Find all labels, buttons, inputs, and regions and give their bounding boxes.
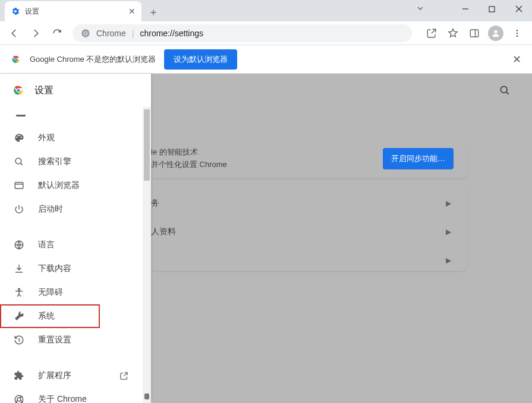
svg-point-12: [517, 35, 518, 37]
sidebar-item-reset[interactable]: 重置设置: [0, 328, 141, 352]
settings-main-panel: le 的智能技术 并个性化设置 Chrome 开启同步功能… 务 ▶ 人资料 ▶…: [151, 139, 511, 275]
svg-rect-24: [15, 182, 23, 189]
sidebar-item-label: 下载内容: [38, 263, 71, 274]
settings-search-icon[interactable]: [495, 81, 514, 100]
settings-row[interactable]: ▶: [151, 246, 511, 275]
sidebar-item-label: 无障碍: [38, 287, 63, 298]
omnibox-separator: |: [132, 29, 134, 38]
chevron-right-icon: ▶: [446, 199, 451, 207]
omnibox-path: chrome://settings: [140, 29, 203, 38]
window-controls: [452, 0, 532, 18]
sidebar-item-label: 搜索引擎: [38, 156, 71, 167]
svg-point-11: [517, 32, 518, 34]
set-default-button[interactable]: 设为默认浏览器: [164, 49, 237, 70]
default-browser-infobar: Google Chrome 不是您的默认浏览器 设为默认浏览器 ✕: [0, 45, 532, 74]
svg-point-9: [494, 30, 497, 33]
chrome-page-icon: [81, 29, 90, 38]
sidebar-item-accessibility[interactable]: 无障碍: [0, 281, 141, 304]
sidebar-header: 设置: [0, 74, 151, 107]
svg-point-29: [17, 398, 21, 401]
sidebar-item-extensions[interactable]: 扩展程序: [0, 364, 141, 388]
browser-tab[interactable]: 设置 ✕: [5, 1, 141, 21]
sidebar-item-label: 默认浏览器: [38, 180, 80, 191]
chrome-outline-icon: [13, 393, 25, 403]
svg-point-22: [15, 158, 21, 164]
svg-rect-7: [470, 30, 479, 37]
svg-point-6: [84, 32, 87, 34]
search-icon: [13, 156, 25, 168]
svg-rect-21: [16, 115, 26, 117]
sidebar-item-on-startup[interactable]: 启动时: [0, 197, 141, 221]
gear-icon: [11, 7, 25, 16]
minimize-button[interactable]: [452, 0, 479, 18]
sidebar-item-system[interactable]: 系统: [0, 304, 100, 328]
sidebar-item-label: 系统: [38, 311, 55, 322]
browser-icon: [13, 180, 25, 191]
promo-line1: le 的智能技术: [151, 146, 227, 159]
sidebar-item-downloads[interactable]: 下载内容: [0, 257, 141, 281]
chrome-logo-icon: [11, 54, 21, 65]
svg-point-20: [17, 89, 20, 92]
download-icon: [13, 263, 25, 275]
profile-avatar[interactable]: [486, 24, 506, 43]
sidebar-item-label: 扩展程序: [38, 370, 71, 381]
chrome-logo-icon: [12, 84, 25, 97]
bookmark-icon[interactable]: [443, 24, 463, 43]
maximize-button[interactable]: [479, 0, 505, 18]
close-button[interactable]: [505, 0, 532, 18]
settings-sidebar: 设置 外观 搜索引擎 默认浏览器 启动时: [0, 74, 151, 403]
svg-point-15: [15, 58, 17, 61]
sidebar-item-label: 启动时: [38, 204, 63, 215]
tab-close-icon[interactable]: ✕: [128, 7, 136, 16]
row-label: 人资料: [151, 226, 176, 237]
promo-line2: 并个性化设置 Chrome: [151, 159, 227, 171]
svg-point-10: [517, 30, 518, 32]
sidebar-item-label: 外观: [38, 133, 55, 143]
settings-row[interactable]: 务 ▶: [151, 189, 511, 218]
reload-button[interactable]: [48, 24, 67, 43]
sidebar-item-languages[interactable]: 语言: [0, 233, 141, 257]
new-tab-button[interactable]: ＋: [145, 4, 162, 20]
scrollbar-down-arrow[interactable]: [144, 393, 149, 399]
sidebar-item-search-engine[interactable]: 搜索引擎: [0, 150, 141, 174]
extension-icon: [13, 370, 25, 382]
omnibox-origin: Chrome: [96, 29, 126, 38]
svg-point-16: [500, 86, 507, 93]
sidebar-item-label: 重置设置: [38, 335, 71, 345]
forward-button[interactable]: [26, 24, 45, 43]
wrench-icon: [13, 310, 25, 322]
scrollbar-thumb[interactable]: [144, 109, 150, 181]
settings-content: le 的智能技术 并个性化设置 Chrome 开启同步功能… 务 ▶ 人资料 ▶…: [0, 74, 532, 403]
side-panel-icon[interactable]: [464, 24, 484, 43]
restore-icon: [13, 334, 25, 346]
tab-search-icon[interactable]: [415, 4, 425, 13]
svg-point-27: [18, 288, 20, 290]
sidebar-item-default-browser[interactable]: 默认浏览器: [0, 174, 141, 197]
sidebar-item-truncated: [0, 107, 151, 118]
address-bar[interactable]: Chrome | chrome://settings: [73, 24, 412, 42]
sidebar-item-label: 语言: [38, 240, 55, 250]
power-icon: [13, 203, 25, 215]
external-link-icon: [119, 371, 128, 380]
svg-line-23: [20, 163, 23, 165]
infobar-close-icon[interactable]: ✕: [512, 53, 521, 66]
share-icon[interactable]: [421, 24, 442, 43]
menu-icon[interactable]: [507, 24, 527, 43]
back-button[interactable]: [5, 24, 24, 43]
sidebar-item-about[interactable]: 关于 Chrome: [0, 388, 141, 403]
row-label: 务: [151, 198, 159, 209]
chevron-right-icon: ▶: [446, 256, 451, 265]
window-titlebar: 设置 ✕ ＋: [0, 0, 532, 21]
sidebar-scrollbar[interactable]: [143, 107, 151, 403]
sidebar-item-label: 关于 Chrome: [38, 394, 87, 403]
enable-sync-button[interactable]: 开启同步功能…: [383, 148, 454, 169]
settings-row[interactable]: 人资料 ▶: [151, 218, 511, 246]
browser-toolbar: Chrome | chrome://settings: [0, 21, 532, 45]
accessibility-icon: [13, 286, 25, 298]
sidebar-item-appearance[interactable]: 外观: [0, 126, 141, 150]
globe-icon: [13, 239, 25, 251]
svg-line-17: [506, 92, 509, 95]
sidebar-title: 设置: [34, 84, 53, 97]
palette-icon: [13, 132, 25, 144]
svg-rect-1: [489, 7, 495, 12]
